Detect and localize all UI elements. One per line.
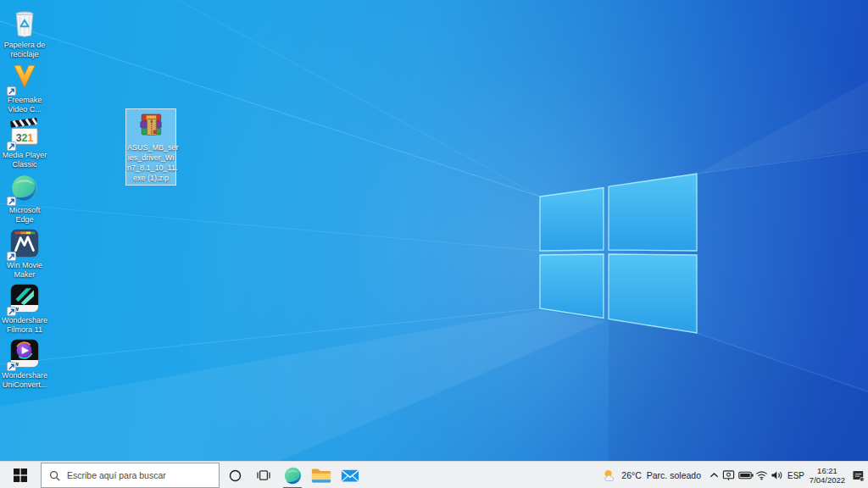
cortana-button[interactable] [220,462,249,488]
clock[interactable]: 16:21 7/04/2022 [807,462,848,488]
weather-condition: Parc. soleado [647,470,701,480]
chevron-up-icon [709,472,719,479]
mail-icon [341,468,359,484]
display-tray-button[interactable] [721,462,737,488]
freemake-icon [8,62,41,94]
desktop-file-winrar-zip[interactable]: ASUS_MB_ser ies_driver_Wi n7_8.1_10_11. … [125,108,176,186]
display-icon [722,469,735,481]
battery-tray-button[interactable] [737,462,754,488]
action-center-icon [852,469,865,482]
shortcut-arrow-icon [7,197,16,206]
desktop-icon-label: Papelera de reciclaje [0,41,49,59]
windows-logo [540,174,697,333]
taskbar-search-box[interactable] [41,463,220,488]
desktop-icon-uniconverter[interactable]: w Wondershare UniConvert... [0,337,49,390]
desktop-icon-recycle-bin[interactable]: Papelera de reciclaje [0,7,49,59]
shortcut-arrow-icon [7,362,16,371]
desktop-icon-freemake[interactable]: Freemake Video C... [0,62,49,114]
recycle-bin-icon [8,7,41,39]
desktop-icon-filmora[interactable]: w Wondershare Filmora 11 [0,282,49,335]
show-hidden-icons-button[interactable] [707,462,721,488]
task-view-icon [257,469,270,482]
desktop-icon-media-player-classic[interactable]: 321 Media Player Classic [0,117,49,169]
task-view-button[interactable] [249,462,278,488]
system-tray: 26°C Parc. soleado [597,462,868,488]
volume-tray-button[interactable] [769,462,785,488]
mail-button[interactable] [336,462,364,488]
windows-logo-wallpaper [0,0,868,461]
file-label-line: ASUS_MB_ser [127,143,175,152]
taskbar: 26°C Parc. soleado [0,461,868,488]
language-code: ESP [787,471,804,480]
win-movie-maker-icon [8,227,41,259]
desktop-wallpaper [0,0,868,461]
action-center-button[interactable] [848,462,868,488]
edge-icon [8,172,41,204]
desktop-icon-microsoft-edge[interactable]: Microsoft Edge [0,172,49,225]
weather-widget[interactable]: 26°C Parc. soleado [597,462,707,488]
uniconverter-icon: w [8,337,41,369]
volume-icon [771,470,783,480]
file-label-line: exe (1).zip [127,174,175,182]
svg-text:321: 321 [16,132,34,144]
cortana-icon [229,469,242,482]
partly-sunny-icon [602,469,618,482]
windows-desktop: Papelera de reciclaje Freemake Video C..… [0,0,868,488]
search-icon [49,470,60,481]
media-player-classic-icon: 321 [8,117,41,149]
filmora-icon: w [8,282,41,314]
language-indicator[interactable]: ESP [785,462,807,488]
edge-icon [282,465,303,486]
clock-time: 16:21 [817,466,837,475]
clock-date: 7/04/2022 [810,475,845,485]
windows-logo-icon [14,469,27,482]
shortcut-arrow-icon [7,307,16,316]
weather-temperature: 26°C [621,470,641,480]
winrar-archive-icon [136,111,166,141]
battery-icon [738,471,754,480]
desktop-icon-win-movie-maker[interactable]: Win Movie Maker [0,227,49,280]
start-button[interactable] [0,462,41,488]
file-explorer-button[interactable] [307,462,336,488]
edge-taskbar-button[interactable] [278,462,307,488]
wifi-tray-button[interactable] [754,462,769,488]
file-label-line: n7_8.1_10_11. [127,164,175,172]
shortcut-arrow-icon [7,86,16,96]
shortcut-arrow-icon [7,252,16,261]
shortcut-arrow-icon [7,141,16,151]
wifi-icon [755,470,768,480]
file-label-line: ies_driver_Wi [127,153,175,162]
search-input[interactable] [67,470,211,480]
file-explorer-icon [311,467,331,485]
